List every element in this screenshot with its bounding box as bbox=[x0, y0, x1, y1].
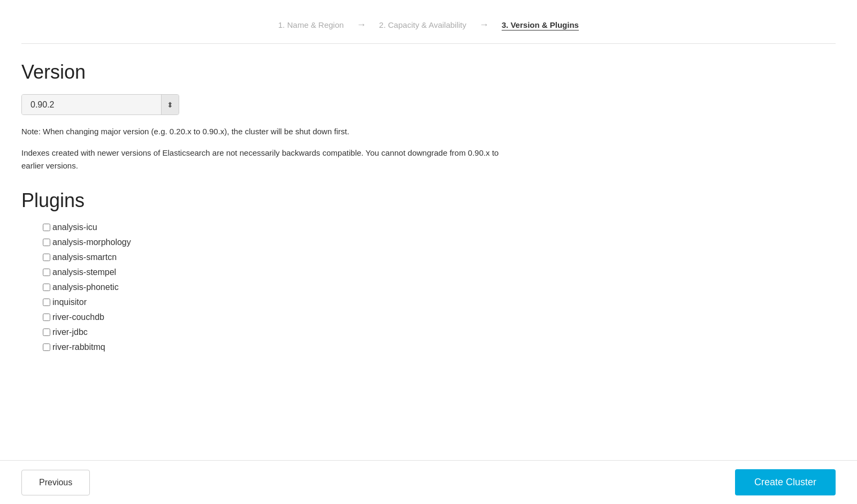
plugin-label-analysis-smartcn[interactable]: analysis-smartcn bbox=[52, 253, 117, 262]
plugin-label-analysis-phonetic[interactable]: analysis-phonetic bbox=[52, 282, 119, 292]
plugin-checkbox-river-couchdb[interactable] bbox=[43, 314, 50, 321]
wizard-step-2: 2. Capacity & Availability bbox=[379, 20, 466, 29]
plugin-label-river-couchdb[interactable]: river-couchdb bbox=[52, 312, 104, 322]
plugin-label-analysis-morphology[interactable]: analysis-morphology bbox=[52, 238, 131, 247]
list-item: analysis-stempel bbox=[43, 268, 836, 277]
plugin-checkbox-analysis-stempel[interactable] bbox=[43, 269, 50, 276]
plugin-checkbox-analysis-phonetic[interactable] bbox=[43, 284, 50, 291]
plugin-checkbox-analysis-smartcn[interactable] bbox=[43, 254, 50, 261]
wizard-step-3: 3. Version & Plugins bbox=[502, 20, 579, 29]
version-note-text: Note: When changing major version (e.g. … bbox=[21, 126, 836, 138]
wizard-steps: 1. Name & Region → 2. Capacity & Availab… bbox=[21, 11, 836, 44]
list-item: analysis-smartcn bbox=[43, 253, 836, 262]
plugins-section-title: Plugins bbox=[21, 189, 836, 212]
list-item: analysis-phonetic bbox=[43, 282, 836, 292]
version-section-title: Version bbox=[21, 61, 836, 83]
wizard-arrow-2: → bbox=[479, 19, 489, 30]
list-item: river-jdbc bbox=[43, 327, 836, 337]
plugin-checkbox-analysis-morphology[interactable] bbox=[43, 239, 50, 246]
plugin-checkbox-river-jdbc[interactable] bbox=[43, 329, 50, 336]
list-item: analysis-icu bbox=[43, 223, 836, 232]
version-select[interactable]: 0.90.2 1.0.0 1.1.0 1.2.0 bbox=[22, 95, 161, 114]
page-container: 1. Name & Region → 2. Capacity & Availab… bbox=[0, 0, 857, 411]
plugin-label-river-jdbc[interactable]: river-jdbc bbox=[52, 327, 88, 337]
version-select-arrow-icon: ⬍ bbox=[161, 95, 179, 114]
previous-button[interactable]: Previous bbox=[21, 470, 90, 495]
plugin-checkbox-inquisitor[interactable] bbox=[43, 299, 50, 306]
list-item: river-rabbitmq bbox=[43, 342, 836, 352]
plugin-label-inquisitor[interactable]: inquisitor bbox=[52, 297, 87, 307]
footer-buttons: Previous Create Cluster bbox=[0, 460, 857, 504]
plugins-list: analysis-icuanalysis-morphologyanalysis-… bbox=[21, 223, 836, 352]
plugin-label-river-rabbitmq[interactable]: river-rabbitmq bbox=[52, 342, 105, 352]
create-cluster-button[interactable]: Create Cluster bbox=[735, 469, 836, 495]
version-compat-text: Indexes created with newer versions of E… bbox=[21, 147, 503, 172]
wizard-arrow-1: → bbox=[357, 19, 366, 30]
list-item: analysis-morphology bbox=[43, 238, 836, 247]
list-item: inquisitor bbox=[43, 297, 836, 307]
plugin-checkbox-river-rabbitmq[interactable] bbox=[43, 343, 50, 351]
plugin-checkbox-analysis-icu[interactable] bbox=[43, 224, 50, 231]
list-item: river-couchdb bbox=[43, 312, 836, 322]
plugin-label-analysis-icu[interactable]: analysis-icu bbox=[52, 223, 97, 232]
plugin-label-analysis-stempel[interactable]: analysis-stempel bbox=[52, 268, 116, 277]
version-select-wrapper[interactable]: 0.90.2 1.0.0 1.1.0 1.2.0 ⬍ bbox=[21, 94, 179, 115]
wizard-step-1: 1. Name & Region bbox=[278, 20, 344, 29]
